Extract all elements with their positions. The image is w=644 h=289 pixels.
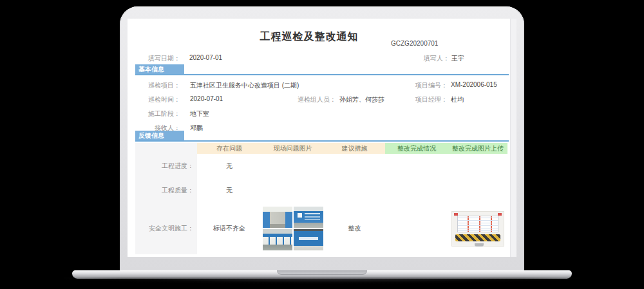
row-label-project-progress: 工程进度： <box>135 154 197 178</box>
safety-suggestion-value: 整改 <box>324 203 385 254</box>
problem-photo-blue-wall-text[interactable] <box>294 229 323 250</box>
project-label: 巡检项目： <box>135 81 180 90</box>
manager-value: 杜均 <box>451 95 464 104</box>
laptop-lid-notch <box>277 270 367 275</box>
project-no-value: XM-202006-015 <box>451 81 497 88</box>
problem-photo-poster-board-row[interactable] <box>263 229 292 250</box>
quality-photos-cell <box>261 178 324 203</box>
laptop-shadow <box>64 277 580 284</box>
team-label: 巡检组人员： <box>298 95 336 104</box>
progress-upload-cell <box>448 154 507 178</box>
quality-upload-cell <box>448 178 507 203</box>
row-label-project-quality: 工程质量： <box>135 178 197 203</box>
document-code: GCZG20200701 <box>391 40 438 47</box>
stage-label: 施工阶段： <box>135 109 180 118</box>
fill-date-value: 2020-07-01 <box>189 54 222 61</box>
safety-upload-cell <box>448 203 507 254</box>
progress-status-cell <box>385 154 448 178</box>
section-tab-basic-info[interactable]: 基本信息 <box>135 64 184 74</box>
quality-status-cell <box>385 178 448 203</box>
team-value: 孙娟芳、何莎莎 <box>339 95 384 104</box>
filler-value: 王宇 <box>451 54 464 63</box>
receiver-value: 邓鹏 <box>190 124 203 133</box>
section-divider <box>135 140 509 142</box>
section-tab-feedback-info[interactable]: 反馈信息 <box>135 131 184 140</box>
feedback-table: 存在问题 现场问题图片 建议措施 整改完成情况 整改完成图片上传 工程进度： 无… <box>135 143 507 254</box>
filler-label: 填写人： <box>424 54 450 63</box>
header-site-problem-photos: 现场问题图片 <box>261 143 324 154</box>
problem-photo-corridor-site-boards[interactable] <box>263 207 292 228</box>
problem-photo-blue-signage-wall[interactable] <box>294 207 323 228</box>
safety-photos-cell <box>261 203 324 254</box>
header-existing-problems: 存在问题 <box>197 143 261 154</box>
laptop-screen: 工程巡检及整改通知 GCZG20200701 填写日期： 2020-07-01 … <box>128 19 516 257</box>
project-value: 五津社区卫生服务中心改造项目 (二期) <box>190 81 299 90</box>
inspect-time-label: 巡检时间： <box>135 95 180 104</box>
header-rectification-photo-upload: 整改完成图片上传 <box>448 143 507 154</box>
laptop-lid: 工程巡检及整改通知 GCZG20200701 填写日期： 2020-07-01 … <box>120 6 524 272</box>
progress-photos-cell <box>261 154 324 178</box>
header-cell-empty <box>135 143 197 154</box>
red-flag-decoration <box>454 213 458 216</box>
problem-photo-grid <box>263 207 323 250</box>
progress-problem-value: 无 <box>197 154 261 178</box>
row-label-safety-construction: 安全文明施工： <box>135 203 197 254</box>
safety-problem-value: 标语不齐全 <box>197 203 261 254</box>
header-rectification-status: 整改完成情况 <box>385 143 448 154</box>
quality-suggestion-cell <box>324 178 385 203</box>
completed-photo-info-board-with-barrier[interactable] <box>451 211 504 247</box>
board-stand-foot <box>475 243 484 247</box>
header-suggested-measures: 建议措施 <box>324 143 385 154</box>
project-no-label: 项目编号： <box>415 81 448 90</box>
fill-date-label: 填写日期： <box>147 54 180 63</box>
safety-status-cell <box>385 203 448 254</box>
progress-suggestion-cell <box>324 154 385 178</box>
section-divider <box>135 74 509 75</box>
manager-label: 项目经理： <box>415 95 448 104</box>
scrollbar-track[interactable] <box>510 19 516 257</box>
quality-problem-value: 无 <box>197 178 261 203</box>
stage-value: 地下室 <box>190 109 209 118</box>
inspect-time-value: 2020-07-01 <box>190 95 223 102</box>
red-flag-decoration <box>498 213 502 216</box>
